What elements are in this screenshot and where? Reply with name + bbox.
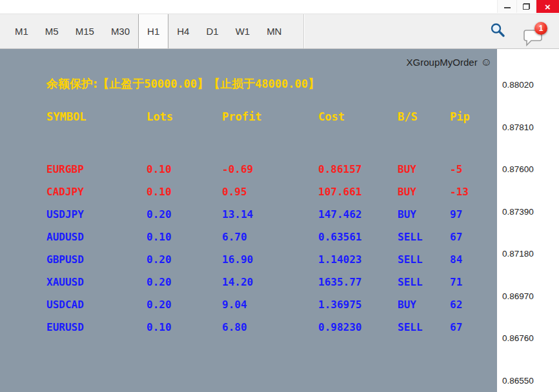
timeframe-d1-button[interactable]: D1 bbox=[198, 14, 227, 48]
order-profit: 16.90 bbox=[222, 253, 318, 266]
order-pip: 62 bbox=[450, 299, 496, 311]
order-cost: 107.661 bbox=[318, 186, 398, 198]
price-axis-label: 0.86550 bbox=[502, 376, 534, 386]
order-pip: 84 bbox=[450, 253, 496, 266]
order-profit: 9.04 bbox=[222, 299, 318, 311]
order-cost: 1.36975 bbox=[318, 299, 398, 311]
order-lots: 0.10 bbox=[147, 163, 222, 175]
order-row-usdcad: USDCAD0.209.041.36975BUY62 bbox=[46, 293, 496, 316]
order-cost: 0.86157 bbox=[318, 163, 398, 175]
order-pip: -13 bbox=[450, 186, 496, 198]
order-lots: 0.10 bbox=[147, 231, 222, 243]
restore-icon bbox=[523, 3, 530, 10]
order-row-eurusd: EURUSD0.106.800.98230SELL67 bbox=[46, 316, 496, 338]
price-axis-label: 0.86760 bbox=[502, 333, 534, 344]
order-bs: BUY bbox=[398, 208, 450, 220]
order-pip: -5 bbox=[450, 163, 496, 175]
protection-value: 48000.00 bbox=[255, 77, 308, 90]
search-icon bbox=[489, 22, 506, 39]
order-bs: SELL bbox=[398, 276, 450, 288]
chart-watermark: XGroupMyOrder☺ bbox=[407, 56, 492, 69]
notification-badge: 1 bbox=[534, 22, 547, 35]
watermark-text: XGroupMyOrder bbox=[407, 57, 478, 68]
timeframe-m30-button[interactable]: M30 bbox=[103, 14, 138, 48]
order-row-gbpusd: GBPUSD0.2016.901.14023SELL84 bbox=[46, 248, 496, 271]
order-pip: 97 bbox=[450, 208, 496, 220]
notifications-button[interactable]: 1 bbox=[523, 23, 549, 48]
order-lots: 0.20 bbox=[147, 299, 222, 311]
chart-area[interactable]: XGroupMyOrder☺ 余额保护:【止盈于50000.00】【止损于480… bbox=[0, 49, 497, 392]
order-profit: 6.70 bbox=[222, 231, 318, 243]
order-bs: BUY bbox=[398, 299, 450, 311]
order-pip: 67 bbox=[450, 321, 496, 333]
order-bs: SELL bbox=[398, 231, 450, 243]
toolbar-separator bbox=[303, 14, 304, 48]
order-pip: 67 bbox=[450, 231, 496, 243]
order-lots: 0.10 bbox=[147, 186, 222, 198]
order-row-xauusd: XAUUSD0.2014.201635.77SELL71 bbox=[46, 271, 496, 293]
protection-value: 50000.00 bbox=[144, 77, 197, 90]
balance-protection-text: 余额保护:【止盈于50000.00】【止损于48000.00】 bbox=[46, 76, 320, 92]
price-axis[interactable]: 0.880200.878100.876000.873900.871800.869… bbox=[497, 49, 559, 392]
restore-button[interactable] bbox=[516, 0, 536, 13]
order-symbol: USDJPY bbox=[46, 208, 147, 220]
minimize-button[interactable] bbox=[497, 0, 516, 13]
order-cost: 147.462 bbox=[318, 208, 398, 220]
price-axis-label: 0.87600 bbox=[502, 164, 534, 175]
order-symbol: CADJPY bbox=[46, 186, 147, 198]
order-cost: 1635.77 bbox=[318, 276, 398, 288]
order-symbol: EURGBP bbox=[46, 163, 147, 175]
order-lots: 0.20 bbox=[147, 253, 222, 266]
order-row-usdjpy: USDJPY0.2013.14147.462BUY97 bbox=[46, 203, 496, 226]
orders-header-lots: Lots bbox=[147, 110, 222, 123]
order-symbol: AUDUSD bbox=[46, 231, 147, 243]
protection-label: 余额保护:【止盈于 bbox=[46, 77, 144, 90]
price-axis-label: 0.87390 bbox=[502, 207, 534, 217]
toolbar: M1M5M15M30H1H4D1W1MN 1 bbox=[0, 14, 559, 49]
order-row-cadjpy: CADJPY0.100.95107.661BUY-13 bbox=[46, 181, 496, 203]
order-profit: 6.80 bbox=[222, 321, 318, 333]
order-lots: 0.20 bbox=[147, 276, 222, 288]
timeframe-mn-button[interactable]: MN bbox=[258, 14, 290, 48]
timeframe-m5-button[interactable]: M5 bbox=[37, 14, 67, 48]
orders-header-cost: Cost bbox=[318, 110, 398, 123]
order-lots: 0.10 bbox=[147, 321, 222, 333]
order-bs: BUY bbox=[398, 163, 450, 175]
order-symbol: EURUSD bbox=[46, 321, 147, 333]
order-profit: 0.95 bbox=[222, 186, 318, 198]
timeframe-w1-button[interactable]: W1 bbox=[227, 14, 259, 48]
order-lots: 0.20 bbox=[147, 208, 222, 220]
timeframe-m1-button[interactable]: M1 bbox=[6, 14, 37, 48]
window-titlebar: × bbox=[0, 0, 559, 14]
order-bs: SELL bbox=[398, 321, 450, 333]
orders-header-pip: Pip bbox=[450, 110, 496, 123]
order-profit: 13.14 bbox=[222, 208, 318, 220]
price-axis-label: 0.87810 bbox=[502, 122, 534, 133]
orders-body: EURGBP0.10-0.690.86157BUY-5CADJPY0.100.9… bbox=[46, 158, 496, 338]
order-pip: 71 bbox=[450, 276, 496, 288]
order-bs: SELL bbox=[398, 253, 450, 266]
order-cost: 1.14023 bbox=[318, 253, 398, 266]
protection-label: 】 bbox=[308, 77, 320, 90]
timeframe-bar: M1M5M15M30H1H4D1W1MN bbox=[0, 14, 559, 48]
order-profit: -0.69 bbox=[222, 163, 318, 175]
close-icon: × bbox=[545, 1, 551, 12]
price-axis-label: 0.86970 bbox=[502, 291, 534, 302]
search-button[interactable] bbox=[489, 22, 506, 39]
timeframe-h4-button[interactable]: H4 bbox=[168, 14, 198, 48]
close-button[interactable]: × bbox=[536, 0, 559, 13]
order-profit: 14.20 bbox=[222, 276, 318, 288]
order-symbol: GBPUSD bbox=[46, 253, 147, 266]
price-axis-label: 0.88020 bbox=[502, 80, 534, 90]
timeframe-m15-button[interactable]: M15 bbox=[67, 14, 103, 48]
order-row-eurgbp: EURGBP0.10-0.690.86157BUY-5 bbox=[46, 158, 496, 181]
orders-header-profit: Profit bbox=[222, 110, 318, 123]
order-cost: 0.98230 bbox=[318, 321, 398, 333]
price-axis-label: 0.87180 bbox=[502, 249, 534, 259]
smiley-icon: ☺ bbox=[481, 56, 492, 68]
timeframe-h1-button[interactable]: H1 bbox=[138, 14, 168, 48]
order-symbol: USDCAD bbox=[46, 299, 147, 311]
orders-header: SYMBOLLotsProfitCostB/SPip bbox=[46, 110, 496, 123]
protection-label: 】【止损于 bbox=[197, 77, 255, 90]
order-bs: BUY bbox=[398, 186, 450, 198]
